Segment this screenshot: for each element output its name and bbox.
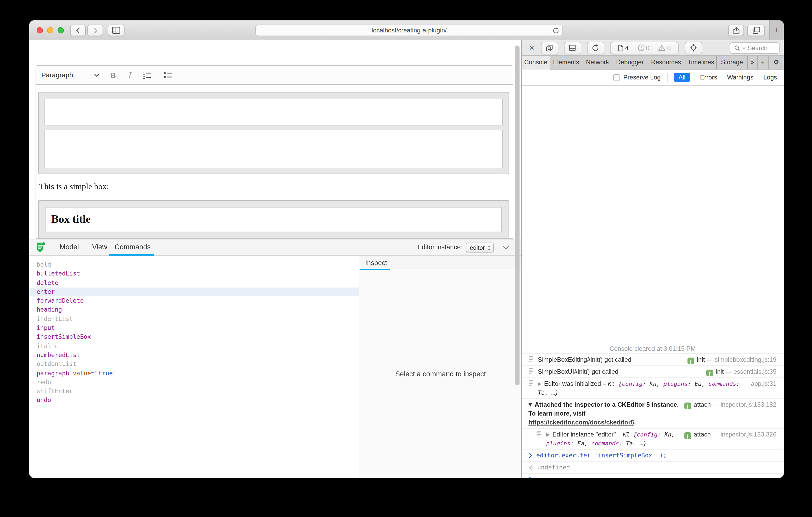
reload-page-button[interactable] bbox=[587, 41, 604, 54]
italic-button[interactable]: I bbox=[128, 70, 131, 80]
command-item-numberedList[interactable]: numberedList bbox=[29, 351, 359, 360]
filter-errors-button[interactable]: Errors bbox=[700, 74, 717, 81]
element-picker-button[interactable] bbox=[685, 41, 702, 54]
error-icon bbox=[638, 44, 644, 51]
new-tab-button[interactable]: + bbox=[769, 20, 784, 40]
command-item-bold[interactable]: bold bbox=[29, 260, 359, 270]
browser-titlebar: localhost/creating-a-plugin/ + bbox=[29, 20, 784, 40]
forward-button[interactable] bbox=[87, 25, 103, 36]
document-icon bbox=[618, 44, 624, 52]
add-tab-button[interactable]: + bbox=[758, 56, 768, 69]
tab-console[interactable]: Console bbox=[522, 56, 550, 69]
expand-triangle-icon[interactable]: ▶ bbox=[538, 381, 542, 386]
back-button[interactable] bbox=[70, 25, 86, 36]
source-link[interactable]: simpleboxediting.js:19 bbox=[715, 356, 776, 363]
source-link[interactable]: app.js:31 bbox=[751, 380, 776, 387]
command-item-undo[interactable]: undo bbox=[29, 396, 359, 405]
tab-elements[interactable]: Elements bbox=[550, 56, 582, 69]
simple-box-title-field[interactable] bbox=[45, 99, 503, 125]
tab-network[interactable]: Network bbox=[582, 56, 613, 69]
zoom-window-button[interactable] bbox=[58, 27, 64, 33]
command-item-italic[interactable]: italic bbox=[29, 342, 359, 351]
search-input[interactable]: Search bbox=[730, 42, 780, 54]
filter-logs-button[interactable]: Logs bbox=[763, 74, 777, 81]
console-result: undefined bbox=[522, 462, 784, 474]
detach-inspector-button[interactable] bbox=[541, 41, 558, 54]
console-filter-bar: Preserve Log All Errors Warnings Logs bbox=[522, 69, 784, 86]
console-prompt-icon bbox=[528, 453, 532, 458]
reload-icon bbox=[592, 44, 599, 52]
command-item-enter[interactable]: enter bbox=[29, 287, 359, 297]
command-item-forwardDelete[interactable]: forwardDelete bbox=[29, 296, 359, 306]
command-item-bulletedList[interactable]: bulletedList bbox=[29, 270, 359, 279]
tab-view[interactable]: View bbox=[92, 239, 107, 255]
command-item-insertSimpleBox[interactable]: insertSimpleBox bbox=[29, 333, 359, 342]
tabs-icon bbox=[752, 27, 760, 34]
sidebar-toggle-button[interactable] bbox=[108, 25, 124, 36]
source-link[interactable]: inspector.js:133:182 bbox=[721, 401, 777, 408]
filter-warnings-button[interactable]: Warnings bbox=[727, 74, 753, 81]
preserve-log-checkbox[interactable] bbox=[613, 74, 620, 81]
collapse-inspector-icon[interactable] bbox=[502, 245, 510, 250]
simple-box-widget[interactable]: Box title bbox=[38, 200, 509, 239]
expand-triangle-icon[interactable]: ▶ bbox=[546, 432, 550, 437]
tab-debugger[interactable]: Debugger bbox=[613, 56, 647, 69]
close-window-button[interactable] bbox=[37, 27, 43, 33]
editor-content[interactable]: This is a simple box: Box title bbox=[36, 85, 513, 239]
source-link[interactable]: essentials.js:35 bbox=[733, 368, 776, 375]
collapse-triangle-icon[interactable]: ▼ bbox=[528, 402, 532, 407]
dock-bottom-icon bbox=[569, 44, 576, 51]
source-link[interactable]: inspector.js:133:326 bbox=[721, 431, 777, 438]
dock-bottom-button[interactable] bbox=[564, 41, 581, 54]
chevron-down-icon[interactable] bbox=[94, 73, 99, 77]
log-icon bbox=[528, 367, 534, 374]
command-item-paragraph[interactable]: paragraph value="true" bbox=[29, 369, 359, 378]
chevron-right-icon bbox=[93, 27, 97, 34]
search-icon bbox=[734, 45, 740, 51]
simple-box-description-field[interactable] bbox=[45, 130, 503, 168]
tab-commands[interactable]: Commands bbox=[115, 239, 151, 255]
simple-box-title-field[interactable]: Box title bbox=[46, 207, 502, 232]
tab-inspect[interactable]: Inspect bbox=[365, 255, 387, 270]
editor-instance-select[interactable]: editor bbox=[466, 243, 494, 252]
command-item-redo[interactable]: redo bbox=[29, 378, 359, 387]
heading-dropdown[interactable]: Paragraph bbox=[41, 71, 73, 79]
tab-overview-button[interactable] bbox=[747, 25, 765, 36]
ckeditor-docs-link[interactable]: https://ckeditor.com/docs/ckeditor5 bbox=[528, 419, 634, 426]
command-item-shiftEnter[interactable]: shiftEnter bbox=[29, 387, 359, 396]
bold-button[interactable]: B bbox=[110, 70, 116, 80]
ckeditor-inspector-body: bold bulletedList delete enter forwardDe… bbox=[29, 255, 521, 478]
tab-timelines[interactable]: Timelines bbox=[686, 56, 717, 69]
editor-instance-label: Editor instance: bbox=[417, 239, 463, 255]
url-field[interactable]: localhost/creating-a-plugin/ bbox=[255, 25, 563, 36]
page-scrollbar[interactable] bbox=[515, 45, 520, 385]
tab-storage[interactable]: Storage bbox=[717, 56, 748, 69]
console-message-nested: ▶Editor instance "editor" – Kl {config: … bbox=[522, 429, 784, 450]
warning-count[interactable]: 0 bbox=[659, 44, 671, 52]
tab-model[interactable]: Model bbox=[60, 239, 79, 255]
command-item-heading[interactable]: heading bbox=[29, 306, 359, 315]
bulleted-list-button[interactable] bbox=[164, 71, 173, 79]
command-item-indentList[interactable]: indentList bbox=[29, 315, 359, 324]
page-resource-count[interactable]: 4 bbox=[618, 44, 629, 52]
command-item-outdentList[interactable]: outdentList bbox=[29, 360, 359, 369]
paragraph-text[interactable]: This is a simple box: bbox=[39, 182, 109, 191]
more-tabs-button[interactable]: » bbox=[748, 56, 758, 69]
minimize-window-button[interactable] bbox=[47, 27, 53, 33]
tab-resources[interactable]: Resources bbox=[647, 56, 686, 69]
share-button[interactable] bbox=[728, 25, 744, 36]
command-item-delete[interactable]: delete bbox=[29, 278, 359, 287]
filter-all-button[interactable]: All bbox=[674, 73, 690, 82]
simple-box-widget[interactable] bbox=[38, 92, 509, 174]
console-input[interactable] bbox=[522, 474, 784, 478]
svg-text:1: 1 bbox=[143, 71, 145, 75]
numbered-list-button[interactable]: 12 bbox=[143, 71, 152, 79]
settings-button[interactable]: ⚙ bbox=[768, 56, 784, 69]
editor-instance-value: editor bbox=[470, 244, 485, 251]
command-item-input[interactable]: input bbox=[29, 324, 359, 333]
box-title-text[interactable]: Box title bbox=[51, 213, 90, 226]
error-count[interactable]: 0 bbox=[638, 44, 649, 52]
reload-icon[interactable] bbox=[552, 27, 559, 34]
close-inspector-button[interactable]: ✕ bbox=[529, 44, 535, 52]
preserve-log-label: Preserve Log bbox=[624, 74, 661, 81]
